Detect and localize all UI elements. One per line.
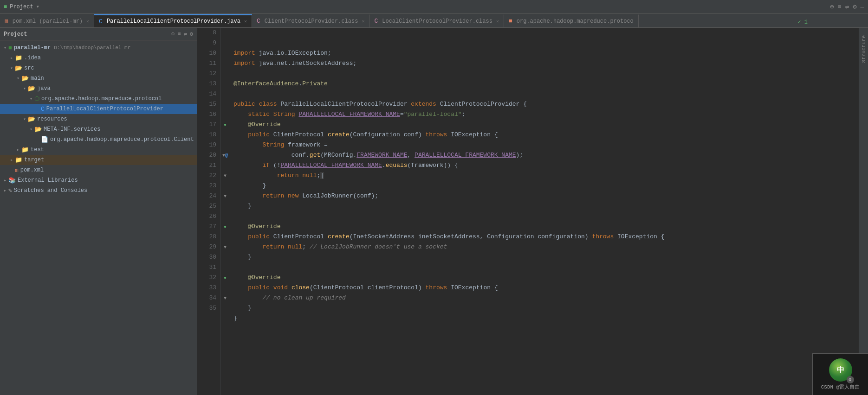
tree-item-idea[interactable]: ▸ 📁 .idea [0,53,197,63]
title-bar-icons: ⊕ ≡ ⇌ ⚙ — [830,3,864,11]
label-scratches: Scratches and Consoles [14,187,87,194]
project-icon: ■ [4,4,7,10]
add-icon[interactable]: ⊕ [830,3,834,11]
toggle-parallel-mr[interactable]: ▾ [2,45,8,51]
toggle-meta-file [34,137,41,142]
toggle-java[interactable]: ▾ [21,86,28,91]
tree-item-parallel-mr[interactable]: ▾ ■ parallel-mr D:\tmp\hadoop\parallel-m… [0,43,197,53]
sidebar-tree: ▾ ■ parallel-mr D:\tmp\hadoop\parallel-m… [0,41,197,395]
line-33: // no clean up required [233,294,346,301]
gutter-21 [220,160,230,171]
tree-item-pom[interactable]: m pom.xml [0,165,197,175]
structure-tab[interactable]: Structure [859,28,868,395]
tree-item-test[interactable]: ▸ 📁 test [0,145,197,155]
diff-icon[interactable]: ⇌ [845,3,849,11]
tab-bar: m pom.xml (parallel-mr) ✕ C ParallelLoca… [0,14,868,28]
line-28: return null; // LocalJobRunner doesn't u… [233,243,447,250]
gutter-34: ▼ [220,293,230,303]
tab-xml-icon: m [5,18,8,25]
toggle-test[interactable]: ▸ [15,147,21,153]
toggle-idea[interactable]: ▸ [8,55,15,61]
gutter-31 [220,262,230,273]
gutter-28 [220,232,230,242]
gutter-15 [220,99,230,109]
fold-34[interactable]: ▼ [224,296,227,301]
tree-item-target[interactable]: ▸ 📁 target [0,155,197,165]
code-content[interactable]: import java.io.IOException; import java.… [230,28,859,395]
tree-item-pkg[interactable]: ▾ ⬡ org.apache.hadoop.mapreduce.protocol [0,94,197,104]
sidebar-icon4[interactable]: ⚙ [190,31,193,38]
gutter-27: ● [220,222,230,232]
tree-item-java[interactable]: ▾ 📂 java [0,83,197,94]
gutter-16 [220,109,230,120]
list-icon[interactable]: ≡ [837,3,841,11]
line-31: @Override [233,274,280,281]
title-dropdown-icon[interactable]: ▾ [36,3,39,10]
tab-local-class[interactable]: C LocalClientProtocolProvider.class ✕ [369,14,504,27]
project-label[interactable]: Project [10,4,33,10]
minimize-icon[interactable]: — [861,3,864,11]
line-16: @Override [233,121,280,128]
line-27: public ClientProtocol create(InetSocketA… [233,233,664,240]
tree-item-meta-inf[interactable]: ▾ 📂 META-INF.services [0,124,197,134]
icon-meta-inf: 📂 [34,126,42,133]
tab-label-local: LocalClientProtocolProvider.class [382,18,492,25]
fold-22[interactable]: ▼ [224,173,227,178]
line-34: } [233,305,252,312]
tab-pom-xml[interactable]: m pom.xml (parallel-mr) ✕ [0,14,94,27]
tab-close-parallel[interactable]: ✕ [244,19,247,24]
tree-item-meta-file[interactable]: 📄 org.apache.hadoop.mapreduce.protocol.C… [0,134,197,145]
label-meta-inf: META-INF.services [44,126,100,133]
tree-item-scratches[interactable]: ▸ ✎ Scratches and Consoles [0,185,197,196]
icon-target: 📁 [15,156,22,164]
line-17: public ClientProtocol create(Configurati… [233,131,498,138]
tree-item-ext-lib[interactable]: ▸ 📚 External Libraries [0,175,197,185]
dot-27: ● [224,224,227,229]
tab-label-org: org.apache.hadoop.mapreduce.protoco [517,18,634,25]
toggle-meta-inf[interactable]: ▾ [28,127,34,132]
toggle-main[interactable]: ▾ [15,76,21,81]
gutter-20: ▼ @ [220,150,230,160]
dot-32: ● [224,275,227,280]
tab-org-apache[interactable]: ■ org.apache.hadoop.mapreduce.protoco [504,14,639,27]
sidebar-title: Project [4,31,27,38]
line-24: } [233,203,252,210]
toggle-scratches[interactable]: ▸ [2,188,8,193]
settings-icon[interactable]: ⚙ [853,3,856,11]
fold-24[interactable]: ▼ [224,194,227,199]
sidebar-icon3[interactable]: ⇌ [184,31,187,38]
tab-client-class[interactable]: C ClientProtocolProvider.class ✕ [252,14,369,27]
logo-settings-icon[interactable]: ⚙ [847,376,854,383]
code-container[interactable]: 8 9 10 11 12 13 14 15 16 17 18 19 20 21 … [197,28,859,395]
toggle-src[interactable]: ▾ [8,65,15,71]
logo-text: CSDN @雷人自由 [821,383,860,390]
tree-item-main[interactable]: ▾ 📂 main [0,73,197,83]
toggle-ext-lib[interactable]: ▸ [2,178,8,183]
label-target: target [24,157,44,163]
toggle-resources[interactable]: ▾ [21,116,28,122]
main-area: Project ⊕ ≡ ⇌ ⚙ ▾ ■ parallel-mr D:\tmp\h… [0,28,868,395]
tab-close-client[interactable]: ✕ [362,19,364,24]
tree-item-provider[interactable]: C ParallelLocalClientProtocolProvider [0,104,197,114]
line-19: conf.get(MRConfig.FRAMEWORK_NAME, PARALL… [233,152,523,159]
at-20: @ [225,153,228,158]
fold-29[interactable]: ▼ [224,245,227,250]
gutter-17: ● [220,120,230,130]
gutter-10 [220,48,230,58]
tab-xml-icon2: ■ [509,18,512,25]
structure-tab-label[interactable]: Structure [860,32,868,65]
gutter-30 [220,252,230,262]
tree-item-resources[interactable]: ▾ 📂 resources [0,114,197,124]
editor-area: 8 9 10 11 12 13 14 15 16 17 18 19 20 21 … [197,28,859,395]
tab-parallel-java[interactable]: C ParallelLocalClientProtocolProvider.ja… [94,14,252,27]
toggle-target[interactable]: ▸ [8,157,15,163]
dot-17: ● [224,122,227,127]
tab-close-pom[interactable]: ✕ [86,19,89,24]
tab-close-local[interactable]: ✕ [496,19,499,24]
sidebar-icon1[interactable]: ⊕ [171,31,175,38]
title-bar: ■ Project ▾ ⊕ ≡ ⇌ ⚙ — [0,0,868,14]
sidebar-icon2[interactable]: ≡ [177,31,181,38]
tree-item-src[interactable]: ▾ 📂 src [0,63,197,73]
toggle-pkg[interactable]: ▾ [28,96,34,102]
tab-java-icon: C [99,18,103,25]
